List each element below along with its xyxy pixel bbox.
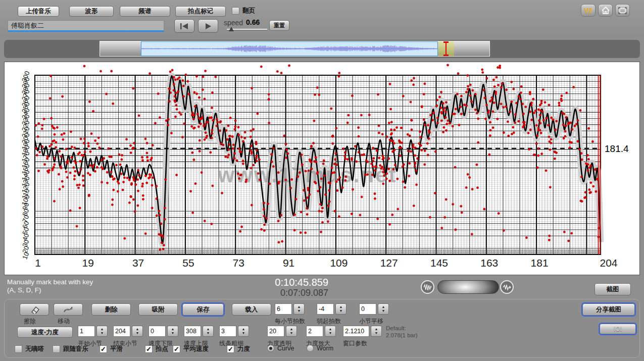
tempo-max-spinner-input[interactable] [184, 326, 201, 337]
dynamics-checkbox[interactable]: ✓力度 [227, 345, 250, 353]
step-down-icon[interactable]: ▼ [329, 331, 332, 335]
measure-shift-spinner-input[interactable] [359, 303, 376, 315]
step-down-icon[interactable]: ▼ [101, 331, 104, 335]
tempo-min-spinner-stepper[interactable]: ▲▼ [167, 326, 178, 337]
svg-text:181: 181 [531, 257, 549, 269]
move-tool-button[interactable] [54, 303, 83, 316]
step-up-icon[interactable]: ▲ [290, 327, 293, 331]
beat-mark-tab-button[interactable]: 拍点标记 [175, 6, 226, 17]
radio-circle[interactable] [267, 345, 274, 352]
average-tempo-checkbox[interactable]: ✓平均速度 [173, 345, 209, 353]
smooth-checkbox[interactable]: ✓平滑 [100, 345, 123, 353]
start-measure-spinner-input[interactable] [78, 326, 95, 337]
waveform-min-icon [421, 280, 434, 294]
step-up-icon[interactable]: ▲ [329, 327, 332, 331]
tempo-min-spinner-input[interactable] [148, 326, 166, 337]
checkbox-box[interactable]: ✓ [173, 345, 180, 353]
playhead-cursor[interactable] [445, 41, 447, 56]
follow-music-checkbox-label: 跟随音乐 [63, 345, 88, 353]
beats-per-measure-spinner-input[interactable] [275, 303, 292, 315]
tempo-chart[interactable]: 1193755739110912714516318120430029028027… [5, 62, 639, 275]
step-up-icon[interactable]: ▲ [171, 327, 175, 331]
checkbox-box[interactable]: ✓ [100, 345, 107, 353]
step-down-icon[interactable]: ▼ [136, 331, 139, 335]
pickup-beats-spinner: ▲▼弱起拍数 [317, 303, 334, 316]
speed-slider-thumb[interactable] [229, 27, 234, 31]
end-measure-spinner-input[interactable] [113, 326, 130, 337]
start-measure-spinner-stepper[interactable]: ▲▼ [96, 326, 108, 337]
step-up-icon[interactable]: ▲ [339, 305, 343, 309]
step-down-icon[interactable]: ▼ [207, 331, 210, 335]
worm-radio[interactable]: Worm [307, 345, 333, 352]
checkbox-box[interactable]: ✓ [227, 345, 234, 353]
checkbox-box[interactable]: ✓ [145, 345, 153, 353]
line-width-spinner-input[interactable] [219, 326, 236, 337]
dynamics-scale-spinner-stepper[interactable]: ▲▼ [325, 326, 336, 337]
curve-radio[interactable]: Curve [267, 345, 294, 352]
step-up-icon[interactable]: ▲ [298, 305, 301, 309]
beats-per-measure-spinner: ▲▼每小节拍数 [275, 303, 292, 316]
screenshot-button[interactable]: 截图 [595, 283, 631, 295]
step-down-icon[interactable]: ▼ [339, 309, 343, 313]
waveform-window[interactable] [100, 41, 490, 57]
step-down-icon[interactable]: ▼ [242, 331, 245, 335]
dynamics-opacity-spinner-stepper[interactable]: ▲▼ [286, 326, 297, 337]
radio-circle[interactable] [307, 345, 314, 352]
step-up-icon[interactable]: ▲ [375, 327, 378, 331]
waveform-tab-button[interactable]: 波形 [69, 6, 114, 17]
measure-shift-spinner-stepper[interactable]: ▲▼ [378, 303, 389, 315]
delete-button[interactable]: 删除 [91, 303, 131, 316]
upload-music-button[interactable]: 上传音乐 [18, 6, 59, 17]
speed-slider[interactable] [227, 29, 267, 30]
checkbox-box[interactable] [53, 345, 60, 353]
dynamics-scale-spinner-input[interactable] [306, 326, 323, 337]
svg-text:37: 37 [132, 257, 144, 269]
beats-per-measure-spinner-stepper[interactable]: ▲▼ [293, 303, 305, 315]
y-axis-labels: 3002902802702602502402302202102001901801… [20, 70, 31, 261]
step-up-icon[interactable]: ▲ [382, 305, 385, 309]
share-screenshot-button[interactable]: 分享截图 [582, 303, 635, 316]
reset-button[interactable]: 重置 [269, 20, 289, 31]
pickup-beats-spinner-input[interactable] [317, 303, 334, 315]
tempo-max-spinner-stepper[interactable]: ▲▼ [203, 326, 214, 337]
spectrum-tab-button[interactable]: 频谱 [120, 6, 170, 17]
step-up-icon[interactable]: ▲ [207, 327, 210, 331]
dynamics-opacity-spinner-input[interactable] [267, 326, 284, 337]
line-width-spinner-stepper[interactable]: ▲▼ [238, 326, 249, 337]
fullscreen-button[interactable] [615, 4, 630, 17]
checkbox-box[interactable] [232, 7, 239, 15]
save-button[interactable]: 保存 [182, 303, 224, 316]
erase-tool-button[interactable] [20, 303, 49, 316]
step-down-icon[interactable]: ▼ [290, 331, 293, 335]
play-icon [205, 23, 212, 30]
page-turn-checkbox[interactable]: 翻页 [232, 7, 255, 15]
checkbox-box[interactable] [15, 345, 22, 353]
no-click-checkbox[interactable]: 无嘀嗒 [15, 345, 44, 353]
step-down-icon[interactable]: ▼ [298, 309, 301, 313]
step-up-icon[interactable]: ▲ [136, 327, 139, 331]
play-button[interactable] [198, 19, 218, 33]
wave-zoom-slider[interactable] [437, 280, 499, 294]
step-down-icon[interactable]: ▼ [375, 331, 378, 335]
small-wave-icon [423, 284, 432, 291]
tempo-chart-panel[interactable]: 1193755739110912714516318120430029028027… [4, 62, 640, 275]
step-down-icon[interactable]: ▼ [382, 309, 385, 313]
window-param-spinner-input[interactable] [343, 326, 369, 337]
ioi-button[interactable]: IOI [600, 324, 636, 334]
home-button[interactable] [598, 4, 613, 17]
step-up-icon[interactable]: ▲ [101, 327, 104, 331]
song-title-input[interactable] [8, 20, 164, 32]
svg-text:55: 55 [182, 257, 194, 269]
end-measure-spinner-stepper[interactable]: ▲▼ [132, 326, 143, 337]
step-up-icon[interactable]: ▲ [242, 327, 245, 331]
load-button[interactable]: 载入 [232, 303, 271, 316]
follow-music-checkbox[interactable]: 跟随音乐 [53, 345, 88, 353]
snap-button[interactable]: 吸附 [138, 303, 178, 316]
pickup-beats-spinner-stepper[interactable]: ▲▼ [335, 303, 346, 315]
beats-checkbox[interactable]: ✓拍点 [145, 345, 168, 353]
window-param-spinner-stepper[interactable]: ▲▼ [371, 326, 382, 337]
waveform-selection[interactable] [141, 41, 438, 56]
rewind-button[interactable] [174, 19, 194, 33]
step-down-icon[interactable]: ▼ [171, 331, 175, 335]
tempo-dynamics-button[interactable]: 速度-力度 [17, 327, 73, 338]
